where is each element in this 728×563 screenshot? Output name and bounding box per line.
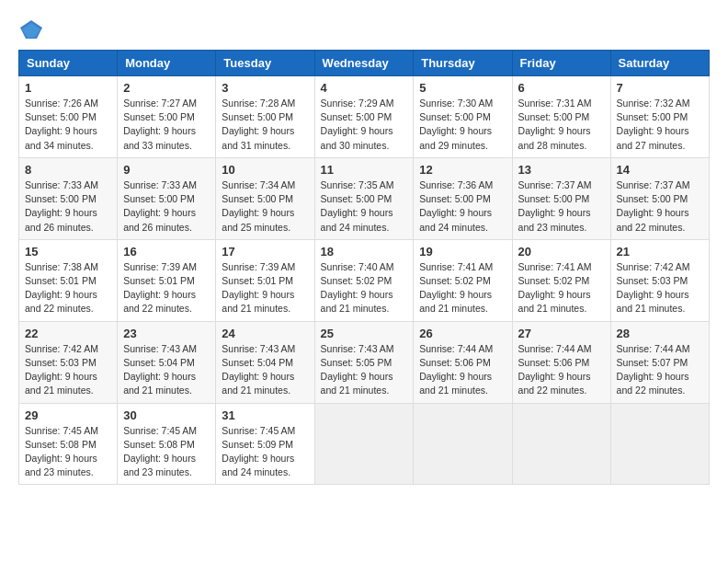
day-number: 1 — [25, 81, 111, 95]
calendar-day-cell: 19Sunrise: 7:41 AMSunset: 5:02 PMDayligh… — [414, 239, 512, 321]
day-info: Sunrise: 7:45 AMSunset: 5:08 PMDaylight:… — [123, 424, 210, 480]
calendar-day-cell: 22Sunrise: 7:42 AMSunset: 5:03 PMDayligh… — [19, 321, 118, 403]
day-number: 8 — [25, 163, 111, 177]
calendar-day-cell: 30Sunrise: 7:45 AMSunset: 5:08 PMDayligh… — [118, 403, 216, 485]
calendar-day-cell: 23Sunrise: 7:43 AMSunset: 5:04 PMDayligh… — [118, 321, 216, 403]
day-number: 11 — [321, 163, 408, 177]
day-number: 21 — [617, 245, 703, 259]
day-number: 17 — [222, 245, 308, 259]
day-number: 23 — [123, 327, 210, 340]
calendar-day-cell — [512, 403, 610, 485]
day-info: Sunrise: 7:43 AMSunset: 5:05 PMDaylight:… — [321, 342, 408, 398]
day-number: 27 — [518, 327, 605, 340]
day-info: Sunrise: 7:27 AMSunset: 5:00 PMDaylight:… — [123, 97, 210, 153]
weekday-header: Sunday — [19, 51, 118, 76]
day-number: 19 — [419, 245, 506, 259]
calendar-day-cell: 16Sunrise: 7:39 AMSunset: 5:01 PMDayligh… — [118, 239, 216, 321]
calendar-day-cell: 14Sunrise: 7:37 AMSunset: 5:00 PMDayligh… — [610, 157, 709, 239]
calendar-day-cell: 10Sunrise: 7:34 AMSunset: 5:00 PMDayligh… — [216, 157, 314, 239]
calendar-table: SundayMondayTuesdayWednesdayThursdayFrid… — [18, 50, 710, 485]
day-number: 6 — [518, 81, 605, 95]
calendar-day-cell: 5Sunrise: 7:30 AMSunset: 5:00 PMDaylight… — [414, 76, 512, 158]
day-number: 5 — [419, 81, 506, 95]
day-number: 13 — [518, 163, 605, 177]
day-info: Sunrise: 7:42 AMSunset: 5:03 PMDaylight:… — [617, 260, 703, 316]
day-info: Sunrise: 7:35 AMSunset: 5:00 PMDaylight:… — [321, 178, 408, 235]
day-info: Sunrise: 7:41 AMSunset: 5:02 PMDaylight:… — [518, 260, 605, 316]
calendar-day-cell: 26Sunrise: 7:44 AMSunset: 5:06 PMDayligh… — [414, 321, 512, 403]
calendar-day-cell: 9Sunrise: 7:33 AMSunset: 5:00 PMDaylight… — [118, 157, 216, 239]
day-number: 10 — [222, 163, 308, 177]
weekday-header: Thursday — [414, 51, 512, 76]
weekday-header: Tuesday — [216, 51, 314, 76]
day-info: Sunrise: 7:43 AMSunset: 5:04 PMDaylight:… — [222, 342, 308, 398]
day-number: 9 — [123, 163, 210, 177]
calendar-day-cell: 2Sunrise: 7:27 AMSunset: 5:00 PMDaylight… — [118, 76, 216, 158]
day-number: 16 — [123, 245, 210, 259]
calendar-day-cell: 18Sunrise: 7:40 AMSunset: 5:02 PMDayligh… — [314, 239, 414, 321]
calendar-week-row: 1Sunrise: 7:26 AMSunset: 5:00 PMDaylight… — [19, 76, 710, 158]
day-info: Sunrise: 7:28 AMSunset: 5:00 PMDaylight:… — [222, 97, 308, 153]
calendar-day-cell: 17Sunrise: 7:39 AMSunset: 5:01 PMDayligh… — [216, 239, 314, 321]
day-number: 3 — [222, 81, 308, 95]
day-info: Sunrise: 7:32 AMSunset: 5:00 PMDaylight:… — [617, 97, 703, 153]
day-info: Sunrise: 7:36 AMSunset: 5:00 PMDaylight:… — [419, 178, 506, 235]
day-number: 24 — [222, 327, 308, 340]
day-info: Sunrise: 7:40 AMSunset: 5:02 PMDaylight:… — [321, 260, 408, 316]
calendar-day-cell: 24Sunrise: 7:43 AMSunset: 5:04 PMDayligh… — [216, 321, 314, 403]
weekday-header: Saturday — [610, 51, 709, 76]
calendar-day-cell: 13Sunrise: 7:37 AMSunset: 5:00 PMDayligh… — [512, 157, 610, 239]
calendar-week-row: 15Sunrise: 7:38 AMSunset: 5:01 PMDayligh… — [19, 239, 710, 321]
day-number: 15 — [25, 245, 111, 259]
logo-icon — [18, 18, 44, 40]
day-info: Sunrise: 7:44 AMSunset: 5:06 PMDaylight:… — [419, 342, 506, 398]
weekday-header: Monday — [118, 51, 216, 76]
day-info: Sunrise: 7:26 AMSunset: 5:00 PMDaylight:… — [25, 97, 111, 153]
day-number: 18 — [321, 245, 408, 259]
day-info: Sunrise: 7:41 AMSunset: 5:02 PMDaylight:… — [419, 260, 506, 316]
calendar-day-cell: 25Sunrise: 7:43 AMSunset: 5:05 PMDayligh… — [314, 321, 414, 403]
day-info: Sunrise: 7:31 AMSunset: 5:00 PMDaylight:… — [518, 97, 605, 153]
calendar-day-cell — [610, 403, 709, 485]
calendar-week-row: 22Sunrise: 7:42 AMSunset: 5:03 PMDayligh… — [19, 321, 710, 403]
calendar-day-cell: 8Sunrise: 7:33 AMSunset: 5:00 PMDaylight… — [19, 157, 118, 239]
day-info: Sunrise: 7:37 AMSunset: 5:00 PMDaylight:… — [518, 178, 605, 235]
day-number: 26 — [419, 327, 506, 340]
weekday-header: Wednesday — [314, 51, 414, 76]
calendar-week-row: 29Sunrise: 7:45 AMSunset: 5:08 PMDayligh… — [19, 403, 710, 485]
day-number: 28 — [617, 327, 703, 340]
day-info: Sunrise: 7:33 AMSunset: 5:00 PMDaylight:… — [25, 178, 111, 235]
day-number: 30 — [123, 408, 210, 422]
calendar-day-cell: 6Sunrise: 7:31 AMSunset: 5:00 PMDaylight… — [512, 76, 610, 158]
calendar-day-cell: 20Sunrise: 7:41 AMSunset: 5:02 PMDayligh… — [512, 239, 610, 321]
day-info: Sunrise: 7:45 AMSunset: 5:08 PMDaylight:… — [25, 424, 111, 480]
day-info: Sunrise: 7:38 AMSunset: 5:01 PMDaylight:… — [25, 260, 111, 316]
day-info: Sunrise: 7:39 AMSunset: 5:01 PMDaylight:… — [222, 260, 308, 316]
calendar-day-cell: 15Sunrise: 7:38 AMSunset: 5:01 PMDayligh… — [19, 239, 118, 321]
calendar-header-row: SundayMondayTuesdayWednesdayThursdayFrid… — [19, 51, 710, 76]
day-info: Sunrise: 7:34 AMSunset: 5:00 PMDaylight:… — [222, 178, 308, 235]
calendar-day-cell: 1Sunrise: 7:26 AMSunset: 5:00 PMDaylight… — [19, 76, 118, 158]
calendar-day-cell: 3Sunrise: 7:28 AMSunset: 5:00 PMDaylight… — [216, 76, 314, 158]
page-header — [18, 18, 710, 40]
day-number: 14 — [617, 163, 703, 177]
day-number: 2 — [123, 81, 210, 95]
calendar-day-cell: 31Sunrise: 7:45 AMSunset: 5:09 PMDayligh… — [216, 403, 314, 485]
calendar-week-row: 8Sunrise: 7:33 AMSunset: 5:00 PMDaylight… — [19, 157, 710, 239]
day-number: 20 — [518, 245, 605, 259]
calendar-day-cell: 7Sunrise: 7:32 AMSunset: 5:00 PMDaylight… — [610, 76, 709, 158]
day-info: Sunrise: 7:44 AMSunset: 5:07 PMDaylight:… — [617, 342, 703, 398]
day-info: Sunrise: 7:42 AMSunset: 5:03 PMDaylight:… — [25, 342, 111, 398]
day-number: 22 — [25, 327, 111, 340]
calendar-day-cell: 12Sunrise: 7:36 AMSunset: 5:00 PMDayligh… — [414, 157, 512, 239]
day-info: Sunrise: 7:44 AMSunset: 5:06 PMDaylight:… — [518, 342, 605, 398]
day-number: 29 — [25, 408, 111, 422]
day-number: 31 — [222, 408, 308, 422]
calendar-day-cell: 21Sunrise: 7:42 AMSunset: 5:03 PMDayligh… — [610, 239, 709, 321]
calendar-day-cell: 27Sunrise: 7:44 AMSunset: 5:06 PMDayligh… — [512, 321, 610, 403]
calendar-day-cell — [314, 403, 414, 485]
day-info: Sunrise: 7:37 AMSunset: 5:00 PMDaylight:… — [617, 178, 703, 235]
day-number: 25 — [321, 327, 408, 340]
day-info: Sunrise: 7:30 AMSunset: 5:00 PMDaylight:… — [419, 97, 506, 153]
calendar-day-cell: 29Sunrise: 7:45 AMSunset: 5:08 PMDayligh… — [19, 403, 118, 485]
